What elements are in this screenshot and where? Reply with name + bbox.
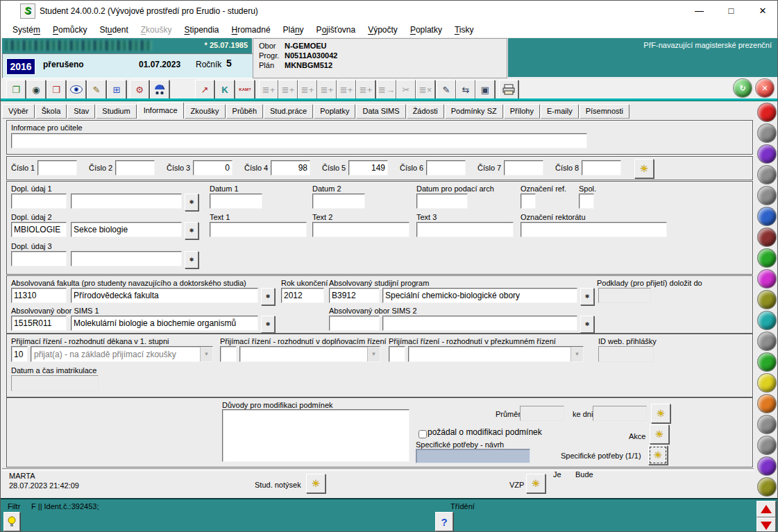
rizeni3-combobox[interactable]: ▼ bbox=[408, 346, 584, 362]
status-circle-11[interactable] bbox=[758, 311, 776, 329]
window-grid-icon[interactable]: ⊞ bbox=[107, 80, 126, 99]
sims2-lookup-button[interactable]: ✱ bbox=[580, 316, 594, 333]
text3-input[interactable] bbox=[416, 222, 514, 237]
menu-item-plany[interactable]: Plány bbox=[277, 22, 310, 37]
rizeni1-code-input[interactable] bbox=[11, 346, 28, 362]
records-browse-icon[interactable]: ⇆ bbox=[456, 80, 475, 99]
status-circle-6[interactable] bbox=[758, 207, 776, 225]
status-circle-7[interactable] bbox=[758, 228, 776, 246]
cislo4-input[interactable] bbox=[271, 160, 310, 175]
status-circle-16[interactable] bbox=[758, 415, 776, 434]
tab-data-sims[interactable]: Data SIMS bbox=[356, 104, 405, 119]
stud-notysek-button[interactable]: ☀ bbox=[306, 474, 325, 493]
tab-vyber[interactable]: Výběr bbox=[2, 104, 35, 119]
dopl1-text-input[interactable] bbox=[71, 194, 182, 209]
fakulta-name-input[interactable] bbox=[71, 288, 258, 303]
spec-potreby-button[interactable]: ☀ bbox=[648, 445, 668, 465]
tab-poplatky[interactable]: Poplatky bbox=[314, 104, 355, 119]
info-ucitele-input[interactable] bbox=[11, 133, 587, 148]
dopl2-lookup-button[interactable]: ✱ bbox=[185, 222, 198, 239]
menu-item-stipendia[interactable]: Stipendia bbox=[178, 22, 225, 37]
sort-help-button[interactable]: ? bbox=[435, 512, 453, 531]
tab-studium[interactable]: Studium bbox=[96, 104, 136, 119]
cislo5-input[interactable] bbox=[348, 160, 388, 175]
eye-icon[interactable] bbox=[67, 80, 86, 99]
akce-action-button[interactable]: ☀ bbox=[650, 424, 669, 444]
close-button[interactable]: ✕ bbox=[747, 1, 778, 21]
tab-skola[interactable]: Škola bbox=[35, 104, 67, 119]
edit-record-icon[interactable]: ✎ bbox=[437, 80, 456, 99]
dopl2-code-input[interactable] bbox=[11, 222, 67, 237]
menu-item-pojistovna[interactable]: Pojišťovna bbox=[310, 22, 362, 37]
insert-row-icon-2[interactable]: ≣+ bbox=[278, 80, 298, 99]
fakulta-code-input[interactable] bbox=[11, 288, 67, 303]
cislo8-input[interactable] bbox=[582, 160, 621, 175]
cislo1-input[interactable] bbox=[37, 160, 77, 175]
menu-item-poplatky[interactable]: Poplatky bbox=[404, 22, 448, 37]
notes-icon[interactable]: ✎ bbox=[87, 80, 106, 99]
cislo7-input[interactable] bbox=[504, 160, 543, 175]
cut-rows-icon[interactable]: ✂ bbox=[396, 80, 416, 99]
menu-item-system[interactable]: Systém bbox=[6, 22, 46, 37]
tab-stud-prace[interactable]: Stud.práce bbox=[264, 104, 313, 119]
cislo6-input[interactable] bbox=[426, 160, 466, 175]
status-circle-1[interactable] bbox=[758, 103, 776, 121]
pozadal-checkbox[interactable] bbox=[418, 430, 427, 438]
spol-input[interactable] bbox=[579, 194, 594, 209]
sims1-code-input[interactable] bbox=[11, 316, 67, 331]
insert-row-icon-1[interactable]: ≣+ bbox=[259, 80, 278, 99]
insert-row-icon-4[interactable]: ≣+ bbox=[317, 80, 337, 99]
datum2-input[interactable] bbox=[312, 194, 365, 209]
rizeni1-combobox[interactable]: přijat(a) - na základě přijímací zkoušky… bbox=[31, 346, 213, 362]
prumer-action-button[interactable]: ☀ bbox=[651, 404, 670, 423]
tab-podminky-sz[interactable]: Podmínky SZ bbox=[445, 104, 503, 119]
status-circle-14[interactable] bbox=[758, 374, 776, 392]
sims2-code-input[interactable] bbox=[329, 316, 380, 331]
status-circle-15[interactable] bbox=[758, 395, 776, 413]
dopl3-code-input[interactable] bbox=[11, 251, 67, 266]
insert-row-icon-3[interactable]: ≣+ bbox=[298, 80, 317, 99]
dopl1-lookup-button[interactable]: ✱ bbox=[185, 194, 198, 211]
person-export-icon[interactable]: ↗ bbox=[195, 80, 214, 99]
tab-stav[interactable]: Stav bbox=[67, 104, 95, 119]
insert-row-icon-5[interactable]: ≣+ bbox=[337, 80, 356, 99]
menu-item-vypocty[interactable]: Výpočty bbox=[362, 22, 404, 37]
datum1-input[interactable] bbox=[210, 194, 262, 209]
status-circle-10[interactable] bbox=[758, 291, 776, 309]
scroll-down-button[interactable] bbox=[756, 517, 776, 532]
cislo3-input[interactable] bbox=[193, 160, 232, 175]
rizeni3-code-input[interactable] bbox=[389, 346, 405, 362]
sims2-name-input[interactable] bbox=[382, 316, 577, 331]
dopl2-text-input[interactable] bbox=[71, 222, 182, 237]
pram-icon[interactable] bbox=[150, 80, 169, 99]
abs-program-lookup-button[interactable]: ✱ bbox=[580, 288, 594, 305]
dopl3-text-input[interactable] bbox=[71, 251, 182, 266]
status-circle-18[interactable] bbox=[758, 457, 776, 475]
tab-prubeh[interactable]: Průběh bbox=[226, 104, 263, 119]
status-circle-19[interactable] bbox=[758, 478, 776, 496]
tab-prilohy[interactable]: Přílohy bbox=[504, 104, 540, 119]
status-circle-2[interactable] bbox=[758, 124, 776, 142]
tab-zkousky[interactable]: Zkoušky bbox=[185, 104, 226, 119]
maximize-button[interactable]: □ bbox=[716, 1, 747, 21]
duvody-textarea[interactable] bbox=[222, 409, 409, 462]
tools-icon[interactable]: ⚙ bbox=[130, 80, 149, 99]
status-circle-8[interactable] bbox=[758, 249, 776, 267]
filter-bulb-button[interactable] bbox=[3, 512, 20, 531]
minimize-button[interactable]: — bbox=[684, 1, 715, 21]
sims1-name-input[interactable] bbox=[71, 316, 258, 331]
dopl3-lookup-button[interactable]: ✱ bbox=[185, 251, 198, 268]
text2-input[interactable] bbox=[312, 222, 409, 237]
cisla-action-button[interactable]: ☀ bbox=[634, 159, 654, 178]
move-rows-icon[interactable]: ≣→ bbox=[377, 80, 396, 99]
rizeni2-combobox[interactable]: ▼ bbox=[239, 346, 380, 362]
rizeni2-code-input[interactable] bbox=[220, 346, 237, 362]
tab-zadosti[interactable]: Žádosti bbox=[407, 104, 444, 119]
abs-program-code-input[interactable] bbox=[329, 288, 380, 303]
oznaceni-rektoratu-input[interactable] bbox=[521, 222, 667, 237]
print-icon[interactable] bbox=[499, 80, 518, 99]
record-insert-icon[interactable]: ▣ bbox=[475, 80, 495, 99]
kam-icon[interactable]: KAM? bbox=[235, 80, 255, 99]
scroll-up-button[interactable] bbox=[756, 501, 776, 517]
menu-item-tisky[interactable]: Tisky bbox=[448, 22, 480, 37]
